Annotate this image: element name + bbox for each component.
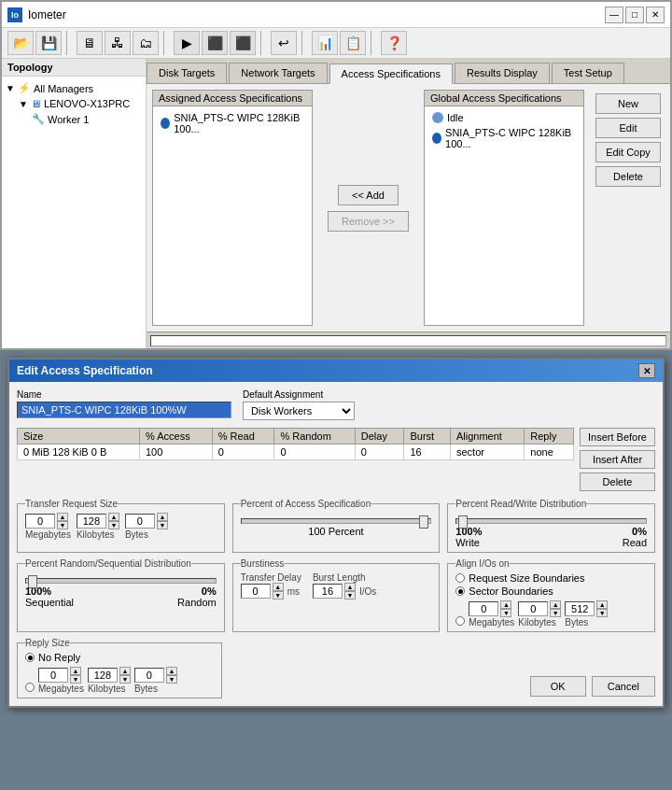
align-kb-down[interactable]: ▼ <box>550 609 561 617</box>
reply-kb-input[interactable] <box>88 668 118 683</box>
align-custom-radio[interactable] <box>455 616 465 626</box>
transfer-b-down[interactable]: ▼ <box>157 521 168 529</box>
align-request-option[interactable]: Request Size Boundaries <box>455 572 647 584</box>
align-b-down[interactable]: ▼ <box>596 609 608 617</box>
align-b-up[interactable]: ▲ <box>596 600 608 609</box>
reply-custom-radio[interactable] <box>25 683 35 692</box>
toolbar-copy[interactable]: 🗂 <box>133 31 159 55</box>
tab-disk-targets[interactable]: Disk Targets <box>147 63 227 83</box>
burst-down[interactable]: ▼ <box>344 591 356 600</box>
transfer-kb-up[interactable]: ▲ <box>108 513 119 521</box>
tab-access-specs[interactable]: Access Specifications <box>329 63 453 84</box>
reply-b-down[interactable]: ▼ <box>166 675 177 684</box>
maximize-button[interactable]: □ <box>625 7 644 23</box>
edit-access-dialog: Edit Access Specification ✕ Name Default… <box>7 358 665 708</box>
delete-button[interactable]: Delete <box>595 166 661 187</box>
toolbar-open[interactable]: 📂 <box>7 31 34 55</box>
reply-mb-down[interactable]: ▼ <box>70 675 81 684</box>
align-kb-input[interactable] <box>518 601 548 616</box>
transfer-b-spinbtns: ▲ ▼ <box>157 513 168 529</box>
name-input[interactable] <box>17 402 231 418</box>
assigned-spec-label: SNIA_PTS-C WIPC 128KiB 100... <box>174 112 304 134</box>
align-mb-input[interactable] <box>469 601 498 616</box>
toolbar-results[interactable]: 📋 <box>340 31 366 55</box>
random-seq-slider[interactable] <box>25 578 217 584</box>
reply-kb-up[interactable]: ▲ <box>119 667 131 675</box>
scrollbar-track[interactable] <box>150 335 666 346</box>
align-mb-up[interactable]: ▲ <box>500 600 511 609</box>
toolbar-network[interactable]: 🖧 <box>105 31 131 55</box>
transfer-kb-input[interactable] <box>77 514 106 529</box>
reply-kb-down[interactable]: ▼ <box>119 675 131 684</box>
tab-test-setup[interactable]: Test Setup <box>552 63 624 83</box>
toolbar-stop[interactable]: ⬛ <box>202 31 228 55</box>
close-button[interactable]: ✕ <box>646 7 665 23</box>
toolbar-help[interactable]: ❓ <box>381 31 407 55</box>
rw-slider[interactable] <box>455 518 647 524</box>
align-kb-label: Kilobytes <box>518 617 561 628</box>
delay-input[interactable] <box>241 584 271 599</box>
col-read: % Read <box>212 429 274 444</box>
insert-after-button[interactable]: Insert After <box>580 450 655 469</box>
no-reply-radio[interactable] <box>25 653 35 662</box>
align-b-input[interactable] <box>565 601 595 616</box>
ok-button[interactable]: OK <box>530 676 586 697</box>
percent-access-slider[interactable] <box>241 518 432 524</box>
dialog-close-button[interactable]: ✕ <box>638 363 655 378</box>
transfer-mb-input[interactable] <box>25 514 55 529</box>
burst-up[interactable]: ▲ <box>344 583 356 591</box>
remove-button[interactable]: Remove >> <box>328 211 409 232</box>
reply-mb-up[interactable]: ▲ <box>70 667 81 675</box>
expand-icon: ▼ <box>6 83 15 93</box>
delete-row-button[interactable]: Delete <box>580 473 655 491</box>
cell-reply: none <box>525 444 574 460</box>
reply-mb-spin: ▲ ▼ <box>38 667 84 684</box>
edit-copy-button[interactable]: Edit Copy <box>595 142 661 162</box>
new-button[interactable]: New <box>595 93 661 114</box>
tree-item-worker1[interactable]: 🔧 Worker 1 <box>6 111 142 127</box>
tree-item-all-managers[interactable]: ▼ ⚡ All Managers <box>6 80 142 96</box>
delay-up[interactable]: ▲ <box>273 583 284 591</box>
tab-network-targets[interactable]: Network Targets <box>229 63 327 83</box>
reply-mb-input[interactable] <box>38 668 68 683</box>
reply-b-input[interactable] <box>134 668 164 683</box>
assigned-spec-item[interactable]: SNIA_PTS-C WIPC 128KiB 100... <box>157 110 308 136</box>
align-mb-down[interactable]: ▼ <box>500 609 511 617</box>
transfer-mb-down[interactable]: ▼ <box>57 521 68 529</box>
global-spec-item-idle[interactable]: Idle <box>428 110 580 125</box>
align-sector-option[interactable]: Sector Boundaries <box>455 585 647 597</box>
percent-access-handle[interactable] <box>419 515 428 529</box>
toolbar-chart[interactable]: 📊 <box>312 31 338 55</box>
toolbar-reset[interactable]: ↩ <box>271 31 297 55</box>
default-assignment-group: Default Assignment Disk Workers Network … <box>243 389 355 420</box>
table-row[interactable]: 0 MiB 128 KiB 0 B 100 0 0 0 16 sector no… <box>18 444 574 460</box>
align-kb-up[interactable]: ▲ <box>550 600 561 609</box>
transfer-b-up[interactable]: ▲ <box>157 513 168 521</box>
edit-button[interactable]: Edit <box>595 118 661 138</box>
name-row: Name Default Assignment Disk Workers Net… <box>17 389 655 420</box>
transfer-b-input[interactable] <box>125 514 155 529</box>
align-sector-radio[interactable] <box>455 586 465 596</box>
minimize-button[interactable]: — <box>605 7 623 23</box>
random-seq-handle[interactable] <box>28 575 37 588</box>
toolbar-start[interactable]: ▶ <box>174 31 200 55</box>
no-reply-option[interactable]: No Reply <box>25 652 214 663</box>
insert-before-button[interactable]: Insert Before <box>580 428 655 446</box>
global-spec-item-snia[interactable]: SNIA_PTS-C WIPC 128KiB 100... <box>428 125 580 151</box>
burst-input[interactable] <box>313 584 343 599</box>
toolbar-stop-all[interactable]: ⬛ <box>230 31 256 55</box>
cancel-button[interactable]: Cancel <box>592 676 655 697</box>
cell-alignment: sector <box>451 444 525 460</box>
transfer-kb-down[interactable]: ▼ <box>108 521 119 529</box>
align-request-radio[interactable] <box>455 573 465 583</box>
rw-handle[interactable] <box>458 515 468 529</box>
add-button[interactable]: << Add <box>338 185 399 205</box>
tab-results-display[interactable]: Results Display <box>455 63 550 83</box>
toolbar-save[interactable]: 💾 <box>35 31 62 55</box>
delay-down[interactable]: ▼ <box>273 591 284 600</box>
toolbar-disk[interactable]: 🖥 <box>77 31 103 55</box>
transfer-mb-up[interactable]: ▲ <box>57 513 68 521</box>
default-assignment-select[interactable]: Disk Workers Network Clients None <box>243 402 355 420</box>
reply-b-up[interactable]: ▲ <box>166 667 177 675</box>
tree-item-lenovo[interactable]: ▼ 🖥 LENOVO-X13PRC <box>6 96 142 111</box>
